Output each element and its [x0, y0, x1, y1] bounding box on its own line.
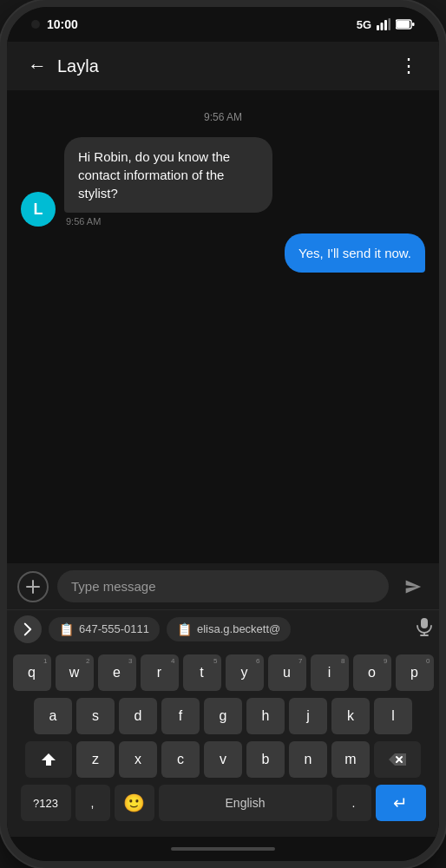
back-button[interactable]: ←: [21, 48, 54, 84]
status-bar: 10:00 5G: [7, 7, 439, 42]
numbers-key[interactable]: ?123: [21, 785, 71, 821]
phone-clipboard-icon: 📋: [59, 622, 74, 636]
emoji-key[interactable]: 🙂: [115, 785, 154, 821]
key-e[interactable]: 3e: [98, 654, 136, 691]
key-i-num: 8: [341, 657, 344, 665]
key-z[interactable]: z: [76, 741, 115, 778]
key-t-num: 5: [213, 657, 217, 665]
key-k[interactable]: k: [331, 698, 370, 734]
key-m[interactable]: m: [331, 741, 370, 778]
svg-rect-3: [389, 18, 391, 30]
svg-rect-6: [412, 23, 415, 26]
svg-rect-9: [421, 618, 428, 628]
keyboard-row-1: 1q 2w 3e 4r 5t 6y 7u 8i 9o 0p: [12, 654, 434, 691]
send-icon: [404, 578, 422, 595]
key-p[interactable]: 0p: [396, 654, 434, 691]
key-u-num: 7: [298, 657, 302, 665]
incoming-bubble: Hi Robin, do you know the contact inform…: [64, 137, 272, 213]
chip-phone-text: 647-555-0111: [79, 622, 149, 635]
suggestions-bar: 📋 647-555-0111 📋 elisa.g.beckett@: [7, 609, 439, 648]
email-clipboard-icon: 📋: [177, 622, 192, 636]
key-h[interactable]: h: [246, 698, 285, 734]
add-button[interactable]: [17, 571, 49, 602]
key-p-num: 0: [426, 657, 430, 665]
keyboard: 1q 2w 3e 4r 5t 6y 7u 8i 9o 0p a s d f g …: [7, 648, 439, 837]
app-bar: ← Layla ⋮: [7, 42, 439, 90]
key-w-num: 2: [86, 657, 89, 665]
key-o-num: 9: [384, 657, 387, 665]
period-key[interactable]: .: [337, 785, 371, 821]
key-w[interactable]: 2w: [56, 654, 94, 691]
key-r[interactable]: 4r: [141, 654, 179, 691]
key-b[interactable]: b: [246, 741, 285, 778]
bottom-nav-bar: [7, 837, 439, 861]
key-j[interactable]: j: [289, 698, 327, 734]
status-time: 10:00: [47, 17, 78, 31]
plus-icon: [25, 579, 41, 595]
battery-icon: [396, 19, 415, 30]
key-e-num: 3: [128, 657, 132, 665]
svg-rect-2: [384, 20, 387, 30]
outgoing-message-row: Yes, I'll send it now.: [21, 233, 425, 273]
key-g[interactable]: g: [204, 698, 242, 734]
key-x[interactable]: x: [119, 741, 157, 778]
key-q[interactable]: 1q: [13, 654, 51, 691]
shift-key[interactable]: [25, 741, 72, 778]
key-o[interactable]: 9o: [353, 654, 391, 691]
outgoing-bubble: Yes, I'll send it now.: [285, 233, 425, 273]
status-left: 10:00: [31, 17, 78, 31]
key-i[interactable]: 8i: [311, 654, 349, 691]
input-area: Type message: [7, 563, 439, 609]
message-input-placeholder[interactable]: Type message: [71, 579, 375, 594]
keyboard-row-3: z x c v b n m: [12, 741, 434, 778]
suggestion-chip-email[interactable]: 📋 elisa.g.beckett@: [167, 617, 291, 641]
keyboard-row-2: a s d f g h j k l: [12, 698, 434, 734]
phone-shell: 10:00 5G ← Layla ⋮ 9:56 AM L: [0, 0, 446, 868]
backspace-icon: [389, 753, 406, 766]
send-button[interactable]: [397, 571, 429, 602]
key-u[interactable]: 7u: [268, 654, 306, 691]
key-d[interactable]: d: [119, 698, 157, 734]
signal-label: 5G: [357, 18, 371, 31]
key-l[interactable]: l: [374, 698, 412, 734]
mic-icon: [416, 617, 432, 636]
status-right: 5G: [357, 18, 415, 31]
message-input-container[interactable]: Type message: [57, 570, 389, 602]
signal-bars-icon: [377, 18, 390, 30]
svg-rect-1: [381, 23, 384, 30]
avatar: L: [21, 192, 56, 227]
chip-email-text: elisa.g.beckett@: [197, 622, 280, 635]
nav-pill: [171, 847, 275, 851]
mic-button[interactable]: [416, 617, 432, 641]
key-s[interactable]: s: [76, 698, 115, 734]
key-v[interactable]: v: [204, 741, 242, 778]
key-t[interactable]: 5t: [183, 654, 221, 691]
suggestions-expand-button[interactable]: [14, 615, 42, 643]
svg-rect-5: [397, 21, 410, 28]
key-y[interactable]: 6y: [226, 654, 264, 691]
shift-icon: [41, 753, 56, 766]
keyboard-row-4: ?123 , 🙂 English . ↵: [12, 785, 434, 821]
key-f[interactable]: f: [161, 698, 200, 734]
key-c[interactable]: c: [161, 741, 200, 778]
contact-name: Layla: [57, 56, 392, 76]
space-key[interactable]: English: [159, 785, 332, 821]
comma-key[interactable]: ,: [75, 785, 110, 821]
incoming-time: 9:56 AM: [64, 216, 272, 227]
key-q-num: 1: [43, 657, 47, 665]
incoming-bubble-wrap: Hi Robin, do you know the contact inform…: [64, 137, 272, 227]
enter-key[interactable]: ↵: [376, 785, 426, 821]
key-r-num: 4: [171, 657, 174, 665]
overflow-menu-button[interactable]: ⋮: [392, 48, 425, 84]
chevron-right-icon: [23, 622, 33, 636]
camera-dot: [31, 20, 40, 29]
suggestion-chip-phone[interactable]: 📋 647-555-0111: [49, 617, 160, 641]
key-n[interactable]: n: [289, 741, 327, 778]
key-a[interactable]: a: [34, 698, 72, 734]
svg-rect-0: [377, 25, 379, 30]
key-y-num: 6: [256, 657, 259, 665]
message-timestamp: 9:56 AM: [21, 111, 425, 123]
incoming-message-row: L Hi Robin, do you know the contact info…: [21, 137, 425, 227]
chat-area: 9:56 AM L Hi Robin, do you know the cont…: [7, 90, 439, 563]
delete-key[interactable]: [374, 741, 421, 778]
